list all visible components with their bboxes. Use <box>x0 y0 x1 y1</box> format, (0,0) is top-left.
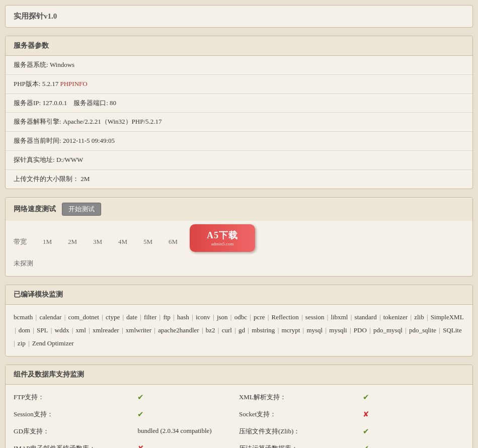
php-version-row: PHP版本: 5.2.17 PHPINFO <box>6 75 472 94</box>
server-path-row: 探针真实地址: D:/WWW <box>6 151 472 170</box>
module-separator: | <box>348 326 353 334</box>
server-engine-row: 服务器解释引擎: Apache/2.2.21（Win32）PHP/5.2.17 <box>6 113 472 132</box>
module-item: calendar <box>39 313 61 321</box>
module-item: PDO <box>354 326 367 334</box>
module-separator: | <box>62 313 67 321</box>
module-separator: | <box>49 326 54 334</box>
module-item: curl <box>222 326 232 334</box>
module-separator: | <box>368 326 372 334</box>
module-separator: | <box>138 313 143 321</box>
server-time-value: 2012-11-5 09:49:05 <box>63 137 115 144</box>
component-right-label: XML解析支持： <box>239 389 363 406</box>
logo-top-text: A5下载 <box>207 229 238 241</box>
module-item: mysql <box>306 326 323 334</box>
module-item: bcmath <box>14 313 33 321</box>
module-item: xml <box>76 326 86 334</box>
module-item: dom <box>19 326 30 334</box>
upload-limit-value: 2M <box>81 175 90 183</box>
server-ip-row: 服务器IP: 127.0.0.1 服务器端口: 80 <box>6 94 472 113</box>
component-left-label: IMAP电子邮件系统函数库： <box>14 440 137 448</box>
module-item: date <box>126 313 137 321</box>
module-separator: | <box>248 313 253 321</box>
components-title: 组件及数据库支持监测 <box>6 365 472 385</box>
module-item: xmlwriter <box>126 326 151 334</box>
server-time-row: 服务器当前时间: 2012-11-5 09:49:05 <box>6 132 472 151</box>
module-separator: | <box>246 326 251 334</box>
module-separator: | <box>378 313 382 321</box>
components-table: FTP支持：✔XML解析支持：✔Session支持：✔Socket支持：✘GD库… <box>14 389 464 448</box>
start-test-button[interactable]: 开始测试 <box>62 203 101 216</box>
module-item: pdo_sqlite <box>409 326 436 334</box>
a5-logo-container: A5下载 admin5.com <box>190 224 255 252</box>
module-item: json <box>217 313 228 321</box>
component-right-value: ✔ <box>363 440 464 448</box>
network-speed-section: 网络速度测试 开始测试 带宽 1M 2M 3M 4M 5M 6M A5下载 ad… <box>5 197 473 277</box>
server-path-value: D:/WWW <box>56 156 83 163</box>
module-item: SPL <box>37 326 48 334</box>
module-item: SQLite <box>443 326 462 334</box>
module-separator: | <box>152 326 157 334</box>
module-separator: | <box>437 326 442 334</box>
module-separator: | <box>276 326 280 334</box>
server-path-label: 探针真实地址: <box>14 156 55 163</box>
module-item: apache2handler <box>158 326 199 334</box>
component-row: Session支持：✔Socket支持：✘ <box>14 406 464 423</box>
php-version-label: PHP版本: <box>14 80 40 87</box>
server-time-label: 服务器当前时间: <box>14 137 61 144</box>
module-item: Zend Optimizer <box>32 339 74 347</box>
component-row: IMAP电子邮件系统函数库：✘历法运算函数据库：✔ <box>14 440 464 448</box>
component-left-label: FTP支持： <box>14 389 137 406</box>
server-params-section: 服务器参数 服务器系统: Windows PHP版本: 5.2.17 PHPIN… <box>5 36 473 189</box>
server-engine-value: Apache/2.2.21（Win32）PHP/5.2.17 <box>63 118 162 125</box>
speed-mark-3m: 3M <box>85 238 110 246</box>
module-separator: | <box>233 326 237 334</box>
module-item: mcrypt <box>281 326 300 334</box>
module-separator: | <box>404 326 408 334</box>
module-item: ftp <box>163 313 170 321</box>
check-yes-icon: ✔ <box>137 393 144 401</box>
module-item: bz2 <box>206 326 215 334</box>
modules-section: 已编译模块监测 bcmath | calendar | com_dotnet |… <box>5 285 473 356</box>
module-item: pdo_mysql <box>373 326 403 334</box>
module-separator: | <box>325 313 330 321</box>
module-item: filter <box>144 313 156 321</box>
components-body: FTP支持：✔XML解析支持：✔Session支持：✔Socket支持：✘GD库… <box>6 385 472 448</box>
phpinfo-link[interactable]: PHPINFO <box>60 80 87 87</box>
module-item: iconv <box>196 313 210 321</box>
module-item: mbstring <box>252 326 275 334</box>
module-separator: | <box>87 326 92 334</box>
check-yes-icon: ✔ <box>137 410 144 418</box>
component-left-label: GD库支持： <box>14 423 137 440</box>
module-separator: | <box>157 313 162 321</box>
server-os-label: 服务器系统: <box>14 61 48 68</box>
check-yes-icon: ✔ <box>363 393 369 401</box>
module-item: odbc <box>234 313 247 321</box>
server-port-value: 80 <box>110 99 116 107</box>
module-separator: | <box>31 326 36 334</box>
module-separator: | <box>301 326 305 334</box>
module-separator: | <box>120 326 125 334</box>
component-row: GD库支持：bundled (2.0.34 compatible)压缩文件支持(… <box>14 423 464 440</box>
upload-limit-label: 上传文件的大小限制： <box>14 175 79 183</box>
module-item: zlib <box>414 313 424 321</box>
components-section: 组件及数据库支持监测 FTP支持：✔XML解析支持：✔Session支持：✔So… <box>5 365 473 448</box>
component-left-value: ✔ <box>137 406 239 423</box>
module-separator: | <box>211 313 216 321</box>
component-left-value: ✘ <box>137 440 239 448</box>
module-separator: | <box>425 313 430 321</box>
module-separator: | <box>200 326 205 334</box>
component-left-value: ✔ <box>137 389 239 406</box>
component-left-value: bundled (2.0.34 compatible) <box>137 423 239 440</box>
server-params-title: 服务器参数 <box>6 36 472 56</box>
module-separator: | <box>100 313 105 321</box>
component-right-value: ✔ <box>363 389 464 406</box>
module-item: Reflection <box>272 313 299 321</box>
module-separator: | <box>216 326 221 334</box>
module-item: session <box>305 313 325 321</box>
module-separator: | <box>409 313 413 321</box>
module-item: gd <box>238 326 245 334</box>
module-separator: | <box>172 313 176 321</box>
component-right-label: 历法运算函数据库： <box>239 440 363 448</box>
module-item: ctype <box>106 313 120 321</box>
module-separator: | <box>27 339 31 347</box>
